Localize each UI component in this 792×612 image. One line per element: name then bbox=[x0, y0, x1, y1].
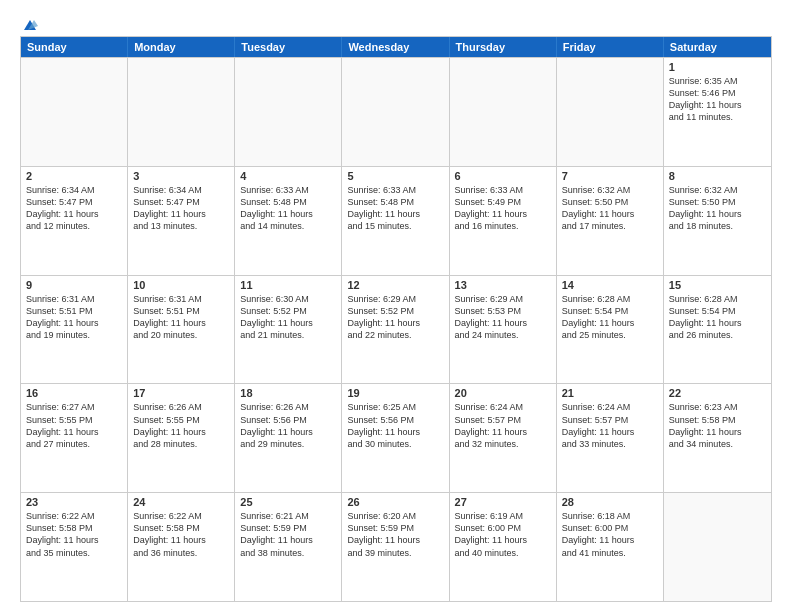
day-number: 11 bbox=[240, 279, 336, 291]
cell-details: Sunrise: 6:20 AM Sunset: 5:59 PM Dayligh… bbox=[347, 510, 443, 559]
calendar-cell bbox=[21, 58, 128, 166]
calendar-row-0: 1Sunrise: 6:35 AM Sunset: 5:46 PM Daylig… bbox=[21, 57, 771, 166]
calendar: SundayMondayTuesdayWednesdayThursdayFrid… bbox=[20, 36, 772, 602]
calendar-cell: 17Sunrise: 6:26 AM Sunset: 5:55 PM Dayli… bbox=[128, 384, 235, 492]
calendar-body: 1Sunrise: 6:35 AM Sunset: 5:46 PM Daylig… bbox=[21, 57, 771, 601]
calendar-cell: 26Sunrise: 6:20 AM Sunset: 5:59 PM Dayli… bbox=[342, 493, 449, 601]
day-number: 6 bbox=[455, 170, 551, 182]
day-number: 20 bbox=[455, 387, 551, 399]
header bbox=[20, 18, 772, 28]
calendar-cell: 9Sunrise: 6:31 AM Sunset: 5:51 PM Daylig… bbox=[21, 276, 128, 384]
day-number: 10 bbox=[133, 279, 229, 291]
cell-details: Sunrise: 6:21 AM Sunset: 5:59 PM Dayligh… bbox=[240, 510, 336, 559]
cell-details: Sunrise: 6:29 AM Sunset: 5:52 PM Dayligh… bbox=[347, 293, 443, 342]
day-number: 7 bbox=[562, 170, 658, 182]
header-day-friday: Friday bbox=[557, 37, 664, 57]
day-number: 22 bbox=[669, 387, 766, 399]
calendar-cell: 18Sunrise: 6:26 AM Sunset: 5:56 PM Dayli… bbox=[235, 384, 342, 492]
day-number: 1 bbox=[669, 61, 766, 73]
calendar-header: SundayMondayTuesdayWednesdayThursdayFrid… bbox=[21, 37, 771, 57]
cell-details: Sunrise: 6:22 AM Sunset: 5:58 PM Dayligh… bbox=[133, 510, 229, 559]
cell-details: Sunrise: 6:19 AM Sunset: 6:00 PM Dayligh… bbox=[455, 510, 551, 559]
header-day-sunday: Sunday bbox=[21, 37, 128, 57]
cell-details: Sunrise: 6:22 AM Sunset: 5:58 PM Dayligh… bbox=[26, 510, 122, 559]
calendar-cell: 27Sunrise: 6:19 AM Sunset: 6:00 PM Dayli… bbox=[450, 493, 557, 601]
day-number: 17 bbox=[133, 387, 229, 399]
calendar-cell: 7Sunrise: 6:32 AM Sunset: 5:50 PM Daylig… bbox=[557, 167, 664, 275]
logo-icon bbox=[22, 18, 38, 32]
day-number: 25 bbox=[240, 496, 336, 508]
cell-details: Sunrise: 6:33 AM Sunset: 5:49 PM Dayligh… bbox=[455, 184, 551, 233]
calendar-cell bbox=[557, 58, 664, 166]
cell-details: Sunrise: 6:34 AM Sunset: 5:47 PM Dayligh… bbox=[133, 184, 229, 233]
day-number: 4 bbox=[240, 170, 336, 182]
header-day-tuesday: Tuesday bbox=[235, 37, 342, 57]
calendar-cell: 1Sunrise: 6:35 AM Sunset: 5:46 PM Daylig… bbox=[664, 58, 771, 166]
day-number: 28 bbox=[562, 496, 658, 508]
cell-details: Sunrise: 6:33 AM Sunset: 5:48 PM Dayligh… bbox=[240, 184, 336, 233]
cell-details: Sunrise: 6:25 AM Sunset: 5:56 PM Dayligh… bbox=[347, 401, 443, 450]
calendar-cell: 11Sunrise: 6:30 AM Sunset: 5:52 PM Dayli… bbox=[235, 276, 342, 384]
cell-details: Sunrise: 6:18 AM Sunset: 6:00 PM Dayligh… bbox=[562, 510, 658, 559]
calendar-cell: 28Sunrise: 6:18 AM Sunset: 6:00 PM Dayli… bbox=[557, 493, 664, 601]
cell-details: Sunrise: 6:28 AM Sunset: 5:54 PM Dayligh… bbox=[669, 293, 766, 342]
calendar-cell: 8Sunrise: 6:32 AM Sunset: 5:50 PM Daylig… bbox=[664, 167, 771, 275]
calendar-cell: 14Sunrise: 6:28 AM Sunset: 5:54 PM Dayli… bbox=[557, 276, 664, 384]
calendar-row-2: 9Sunrise: 6:31 AM Sunset: 5:51 PM Daylig… bbox=[21, 275, 771, 384]
calendar-cell: 4Sunrise: 6:33 AM Sunset: 5:48 PM Daylig… bbox=[235, 167, 342, 275]
day-number: 27 bbox=[455, 496, 551, 508]
cell-details: Sunrise: 6:33 AM Sunset: 5:48 PM Dayligh… bbox=[347, 184, 443, 233]
calendar-cell: 12Sunrise: 6:29 AM Sunset: 5:52 PM Dayli… bbox=[342, 276, 449, 384]
cell-details: Sunrise: 6:35 AM Sunset: 5:46 PM Dayligh… bbox=[669, 75, 766, 124]
cell-details: Sunrise: 6:32 AM Sunset: 5:50 PM Dayligh… bbox=[562, 184, 658, 233]
day-number: 5 bbox=[347, 170, 443, 182]
calendar-cell bbox=[342, 58, 449, 166]
calendar-cell: 6Sunrise: 6:33 AM Sunset: 5:49 PM Daylig… bbox=[450, 167, 557, 275]
header-day-wednesday: Wednesday bbox=[342, 37, 449, 57]
cell-details: Sunrise: 6:28 AM Sunset: 5:54 PM Dayligh… bbox=[562, 293, 658, 342]
day-number: 15 bbox=[669, 279, 766, 291]
calendar-cell bbox=[128, 58, 235, 166]
calendar-cell: 15Sunrise: 6:28 AM Sunset: 5:54 PM Dayli… bbox=[664, 276, 771, 384]
cell-details: Sunrise: 6:32 AM Sunset: 5:50 PM Dayligh… bbox=[669, 184, 766, 233]
cell-details: Sunrise: 6:29 AM Sunset: 5:53 PM Dayligh… bbox=[455, 293, 551, 342]
day-number: 16 bbox=[26, 387, 122, 399]
calendar-cell: 10Sunrise: 6:31 AM Sunset: 5:51 PM Dayli… bbox=[128, 276, 235, 384]
day-number: 9 bbox=[26, 279, 122, 291]
day-number: 26 bbox=[347, 496, 443, 508]
calendar-cell: 19Sunrise: 6:25 AM Sunset: 5:56 PM Dayli… bbox=[342, 384, 449, 492]
calendar-cell: 21Sunrise: 6:24 AM Sunset: 5:57 PM Dayli… bbox=[557, 384, 664, 492]
cell-details: Sunrise: 6:30 AM Sunset: 5:52 PM Dayligh… bbox=[240, 293, 336, 342]
calendar-row-3: 16Sunrise: 6:27 AM Sunset: 5:55 PM Dayli… bbox=[21, 383, 771, 492]
calendar-cell: 24Sunrise: 6:22 AM Sunset: 5:58 PM Dayli… bbox=[128, 493, 235, 601]
day-number: 24 bbox=[133, 496, 229, 508]
calendar-cell bbox=[664, 493, 771, 601]
day-number: 23 bbox=[26, 496, 122, 508]
page: SundayMondayTuesdayWednesdayThursdayFrid… bbox=[0, 0, 792, 612]
cell-details: Sunrise: 6:24 AM Sunset: 5:57 PM Dayligh… bbox=[562, 401, 658, 450]
calendar-row-1: 2Sunrise: 6:34 AM Sunset: 5:47 PM Daylig… bbox=[21, 166, 771, 275]
calendar-cell: 25Sunrise: 6:21 AM Sunset: 5:59 PM Dayli… bbox=[235, 493, 342, 601]
calendar-cell: 23Sunrise: 6:22 AM Sunset: 5:58 PM Dayli… bbox=[21, 493, 128, 601]
cell-details: Sunrise: 6:26 AM Sunset: 5:56 PM Dayligh… bbox=[240, 401, 336, 450]
cell-details: Sunrise: 6:31 AM Sunset: 5:51 PM Dayligh… bbox=[26, 293, 122, 342]
day-number: 8 bbox=[669, 170, 766, 182]
calendar-cell: 3Sunrise: 6:34 AM Sunset: 5:47 PM Daylig… bbox=[128, 167, 235, 275]
day-number: 19 bbox=[347, 387, 443, 399]
day-number: 2 bbox=[26, 170, 122, 182]
cell-details: Sunrise: 6:26 AM Sunset: 5:55 PM Dayligh… bbox=[133, 401, 229, 450]
calendar-row-4: 23Sunrise: 6:22 AM Sunset: 5:58 PM Dayli… bbox=[21, 492, 771, 601]
cell-details: Sunrise: 6:24 AM Sunset: 5:57 PM Dayligh… bbox=[455, 401, 551, 450]
calendar-cell: 22Sunrise: 6:23 AM Sunset: 5:58 PM Dayli… bbox=[664, 384, 771, 492]
calendar-cell bbox=[235, 58, 342, 166]
day-number: 3 bbox=[133, 170, 229, 182]
header-day-thursday: Thursday bbox=[450, 37, 557, 57]
cell-details: Sunrise: 6:27 AM Sunset: 5:55 PM Dayligh… bbox=[26, 401, 122, 450]
cell-details: Sunrise: 6:34 AM Sunset: 5:47 PM Dayligh… bbox=[26, 184, 122, 233]
header-day-saturday: Saturday bbox=[664, 37, 771, 57]
header-day-monday: Monday bbox=[128, 37, 235, 57]
calendar-cell: 16Sunrise: 6:27 AM Sunset: 5:55 PM Dayli… bbox=[21, 384, 128, 492]
calendar-cell bbox=[450, 58, 557, 166]
logo bbox=[20, 18, 40, 28]
day-number: 21 bbox=[562, 387, 658, 399]
